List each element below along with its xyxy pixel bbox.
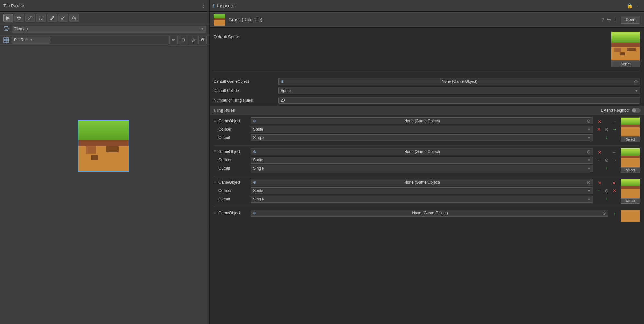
rule2-left-button[interactable]: ← bbox=[595, 157, 603, 164]
rule1-thumb[interactable] bbox=[621, 117, 640, 137]
rule1-gameobject-row: GameObject ⊕ None (Game Object) ⊙ bbox=[218, 117, 593, 124]
num-tiling-rules-label: Number of Tiling Rules bbox=[214, 98, 278, 103]
rule3-output-row: Output Single ▼ bbox=[218, 196, 593, 203]
rule3-collider-dropdown[interactable]: Sprite ▼ bbox=[251, 187, 593, 194]
default-collider-label: Default Collider bbox=[214, 88, 278, 93]
rule3-output-dropdown[interactable]: Single ▼ bbox=[251, 196, 593, 203]
rule2-down-button[interactable]: ↓ bbox=[603, 164, 610, 171]
box-tool-button[interactable] bbox=[36, 14, 46, 22]
select-tool-button[interactable]: ▶ bbox=[3, 14, 13, 22]
preset-icon[interactable]: ⇋ bbox=[607, 17, 611, 23]
erase-tool-button[interactable] bbox=[58, 14, 68, 22]
rule3-select-button[interactable]: Select bbox=[621, 198, 640, 204]
extend-neighbor-toggle[interactable] bbox=[632, 108, 641, 113]
rule3-gameobject-target-icon[interactable]: ⊙ bbox=[587, 180, 591, 185]
rule2-gameobject-field[interactable]: ⊕ None (Game Object) ⊙ bbox=[251, 148, 593, 155]
rule3-gameobject-field[interactable]: ⊕ None (Game Object) ⊙ bbox=[251, 179, 593, 186]
fill-tool-button[interactable] bbox=[69, 14, 79, 22]
rule2-output-chevron-icon: ▼ bbox=[587, 167, 591, 170]
rule3-remove-button[interactable]: ✕ bbox=[610, 179, 617, 187]
rule1-down-button[interactable]: ↓ bbox=[603, 134, 610, 141]
drag-handle-4[interactable]: ≡ bbox=[214, 211, 216, 215]
tile-palette-canvas[interactable] bbox=[0, 46, 209, 324]
rule1-select-button[interactable]: Select bbox=[621, 137, 640, 142]
default-gameobject-target-icon[interactable]: ⊙ bbox=[634, 79, 638, 84]
rule3-left-button[interactable]: ← bbox=[595, 187, 603, 194]
rule2-move-button[interactable]: → bbox=[610, 149, 617, 156]
asset-info: Grass (Rule Tile) bbox=[214, 14, 262, 26]
rule1-output-label: Output bbox=[218, 135, 251, 140]
rule3-thumb-shadow bbox=[621, 186, 640, 189]
svg-rect-9 bbox=[6, 40, 9, 43]
rule2-collider-label: Collider bbox=[218, 158, 251, 162]
rule2-output-dropdown[interactable]: Single ▼ bbox=[251, 165, 593, 172]
tile-dirt-shadow bbox=[78, 140, 129, 146]
picker-tool-button[interactable] bbox=[47, 14, 57, 22]
rule2-gameobject-target-icon[interactable]: ⊙ bbox=[587, 149, 591, 154]
rule2-gameobject-label: GameObject bbox=[218, 149, 251, 154]
rule4-gameobject-field[interactable]: ⊕ None (Game Object) ⊙ bbox=[251, 210, 608, 217]
rule3-thumb[interactable] bbox=[621, 179, 640, 198]
settings-palette-button[interactable]: ⚙ bbox=[198, 36, 207, 44]
tile-detail2 bbox=[106, 146, 119, 152]
rule3-right-button[interactable]: ✕ bbox=[611, 187, 618, 194]
paint-tool-button[interactable] bbox=[25, 14, 35, 22]
tile-palette-header: Tile Palette ⋮ bbox=[0, 0, 209, 12]
asset-menu-icon[interactable]: ⋮ bbox=[614, 17, 618, 23]
rule2-copy-button[interactable]: ⊙ bbox=[603, 157, 610, 164]
rule2-collider-dropdown[interactable]: Sprite ▼ bbox=[251, 157, 593, 164]
open-button[interactable]: Open bbox=[621, 16, 640, 24]
grid-view-button[interactable]: ⊞ bbox=[179, 36, 187, 44]
rule2-bot-actions: ↓ bbox=[603, 164, 610, 171]
num-tiling-rules-field[interactable]: 20 bbox=[278, 97, 640, 104]
default-gameobject-field[interactable]: ⊕ None (Game Object) ⊙ bbox=[278, 78, 640, 85]
rule1-delete-button[interactable]: ✕ bbox=[596, 118, 603, 125]
inspector-menu-icon[interactable]: ⋮ bbox=[636, 3, 641, 9]
rule1-output-dropdown[interactable]: Single ▼ bbox=[251, 134, 593, 141]
rule4-up-button[interactable]: ↑ bbox=[611, 210, 618, 217]
rule3-copy-button[interactable]: ⊙ bbox=[603, 187, 610, 194]
rule2-thumb[interactable] bbox=[621, 148, 640, 167]
default-sprite-select-button[interactable]: Select bbox=[611, 61, 640, 67]
rule2-gameobject-text: None (Game Object) bbox=[404, 149, 440, 154]
move-tool-button[interactable] bbox=[14, 14, 24, 22]
selected-tile[interactable] bbox=[78, 120, 129, 172]
snap-button[interactable]: ◎ bbox=[189, 36, 197, 44]
rule4-thumb[interactable] bbox=[621, 210, 640, 222]
rule3-delete-button[interactable]: ✕ bbox=[596, 179, 603, 187]
help-icon[interactable]: ? bbox=[601, 17, 604, 23]
default-collider-dropdown[interactable]: Sprite ▼ bbox=[278, 87, 640, 94]
default-collider-value: Sprite ▼ bbox=[278, 87, 640, 94]
rule2-gameobject-icon: ⊕ bbox=[253, 149, 256, 154]
drag-handle-2[interactable]: ≡ bbox=[214, 149, 216, 153]
svg-rect-1 bbox=[39, 16, 43, 20]
default-sprite-thumb[interactable] bbox=[611, 32, 640, 61]
rule4-top-actions: ↑ bbox=[611, 210, 618, 217]
edit-palette-button[interactable]: ✏ bbox=[169, 36, 178, 44]
rule1-output-text: Single bbox=[253, 135, 264, 140]
lock-icon[interactable]: 🔒 bbox=[627, 3, 633, 9]
rule3-down-button[interactable]: ↓ bbox=[603, 195, 610, 202]
pal-rule-left: Pal Rule ▼ bbox=[3, 37, 50, 44]
rule1-move-button[interactable]: → bbox=[610, 118, 617, 125]
svg-point-4 bbox=[75, 18, 76, 20]
pal-rule-select[interactable]: Pal Rule ▼ bbox=[12, 37, 50, 44]
drag-handle-3[interactable]: ≡ bbox=[214, 180, 216, 184]
tilemap-select[interactable]: Tilemap ▼ bbox=[12, 26, 206, 33]
rule4-gameobject-target-icon[interactable]: ⊙ bbox=[602, 211, 606, 216]
tiling-rules-header: Tiling Rules Extend Neighbor bbox=[210, 106, 644, 115]
tile-inner bbox=[78, 121, 129, 171]
rule1-copy-button[interactable]: ⊙ bbox=[603, 126, 610, 133]
tile-palette-menu-icon[interactable]: ⋮ bbox=[201, 3, 206, 9]
rule1-remove-button[interactable]: ✕ bbox=[595, 126, 603, 133]
drag-handle-1[interactable]: ≡ bbox=[214, 119, 216, 123]
rule2-thumb-shadow bbox=[621, 156, 640, 158]
rule2-select-button[interactable]: Select bbox=[621, 167, 640, 173]
rule1-add-button[interactable]: → bbox=[611, 126, 618, 133]
rule2-delete-button[interactable]: ✕ bbox=[596, 149, 603, 156]
rule1-collider-dropdown[interactable]: Sprite ▼ bbox=[251, 126, 593, 133]
default-sprite-label: Default Sprite bbox=[214, 34, 239, 39]
rule2-right-button[interactable]: → bbox=[611, 157, 618, 164]
rule1-gameobject-field[interactable]: ⊕ None (Game Object) ⊙ bbox=[251, 117, 593, 124]
rule1-gameobject-target-icon[interactable]: ⊙ bbox=[587, 118, 591, 124]
